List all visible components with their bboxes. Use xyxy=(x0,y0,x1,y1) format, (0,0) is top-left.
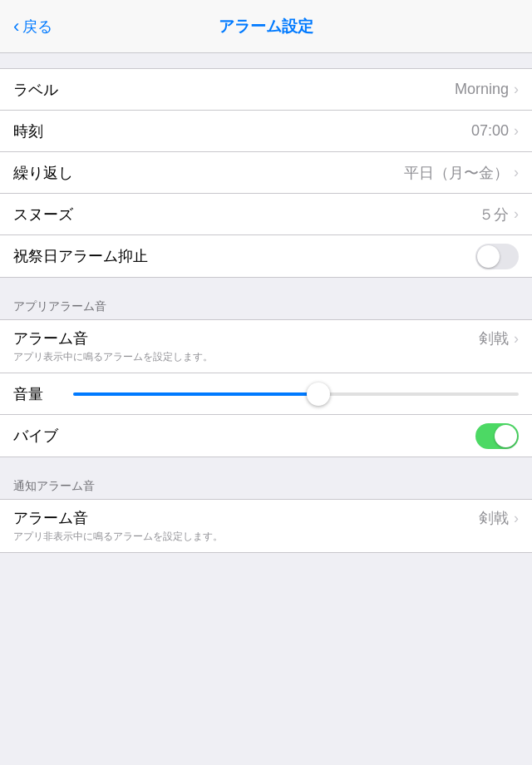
chevron-right-icon: › xyxy=(514,81,519,98)
app-alarm-table: アラーム音 剣戟 › アプリ表示中に鳴るアラームを設定します。 音量 バイブ xyxy=(0,319,532,457)
toggle-knob xyxy=(477,245,500,268)
notification-alarm-table: アラーム音 剣戟 › アプリ非表示中に鳴るアラームを設定します。 xyxy=(0,499,532,553)
snooze-row[interactable]: スヌーズ ５分 › xyxy=(0,194,532,235)
alarm-sound-app-title: アラーム音 xyxy=(13,328,88,348)
alarm-sound-app-value: 剣戟 xyxy=(479,328,509,348)
chevron-right-icon: › xyxy=(514,164,519,181)
alarm-sound-notify-title: アラーム音 xyxy=(13,508,88,528)
label-row-title: ラベル xyxy=(13,80,58,100)
page-title: アラーム設定 xyxy=(219,16,313,37)
repeat-value: 平日（月〜金） xyxy=(404,163,509,183)
snooze-row-title: スヌーズ xyxy=(13,205,73,225)
repeat-row-right: 平日（月〜金） › xyxy=(404,163,519,183)
alarm-sound-notify-value: 剣戟 xyxy=(479,508,509,528)
time-row-right: 07:00 › xyxy=(471,122,519,140)
time-row-title: 時刻 xyxy=(13,121,43,141)
holiday-row: 祝祭日アラーム抑止 xyxy=(0,235,532,277)
chevron-right-icon: › xyxy=(514,205,519,223)
alarm-sound-app-subtitle: アプリ表示中に鳴るアラームを設定します。 xyxy=(13,350,213,364)
vibrate-row: バイブ xyxy=(0,415,532,457)
chevron-right-icon: › xyxy=(514,122,519,140)
alarm-sound-notify-row[interactable]: アラーム音 剣戟 › アプリ非表示中に鳴るアラームを設定します。 xyxy=(0,500,532,552)
app-alarm-section-label: アプリアラーム音 xyxy=(0,293,532,319)
repeat-row-title: 繰り返し xyxy=(13,163,73,183)
notification-alarm-section: 通知アラーム音 アラーム音 剣戟 › アプリ非表示中に鳴るアラームを設定します。 xyxy=(0,472,532,553)
alarm-sound-app-row-top: アラーム音 剣戟 › xyxy=(13,328,519,348)
app-alarm-section: アプリアラーム音 アラーム音 剣戟 › アプリ表示中に鳴るアラームを設定します。… xyxy=(0,293,532,457)
repeat-row[interactable]: 繰り返し 平日（月〜金） › xyxy=(0,152,532,194)
label-row[interactable]: ラベル Morning › xyxy=(0,69,532,111)
back-label: 戻る xyxy=(22,17,52,37)
label-row-right: Morning › xyxy=(455,81,519,98)
alarm-sound-notify-row-top: アラーム音 剣戟 › xyxy=(13,508,519,528)
main-section: ラベル Morning › 時刻 07:00 › 繰り返し 平日（月〜金） › … xyxy=(0,68,532,278)
volume-label: 音量 xyxy=(13,384,63,404)
chevron-right-icon: › xyxy=(514,510,519,527)
toggle-knob xyxy=(495,425,517,447)
time-row[interactable]: 時刻 07:00 › xyxy=(0,111,532,152)
holiday-row-title: 祝祭日アラーム抑止 xyxy=(13,246,148,266)
chevron-left-icon: ‹ xyxy=(13,16,19,37)
snooze-value: ５分 xyxy=(479,205,509,225)
main-table: ラベル Morning › 時刻 07:00 › 繰り返し 平日（月〜金） › … xyxy=(0,68,532,278)
volume-row: 音量 xyxy=(0,373,532,415)
vibrate-row-title: バイブ xyxy=(13,426,58,446)
label-value: Morning xyxy=(455,81,509,98)
back-button[interactable]: ‹ 戻る xyxy=(13,16,52,37)
vibrate-toggle[interactable] xyxy=(475,423,519,449)
volume-slider[interactable] xyxy=(73,392,519,396)
holiday-toggle[interactable] xyxy=(475,244,519,269)
time-value: 07:00 xyxy=(471,122,509,140)
navigation-bar: ‹ 戻る アラーム設定 xyxy=(0,0,532,53)
alarm-sound-app-row[interactable]: アラーム音 剣戟 › アプリ表示中に鳴るアラームを設定します。 xyxy=(0,320,532,373)
slider-fill xyxy=(73,392,318,396)
alarm-sound-notify-subtitle: アプリ非表示中に鳴るアラームを設定します。 xyxy=(13,530,223,544)
alarm-sound-app-right: 剣戟 › xyxy=(479,328,519,348)
snooze-row-right: ５分 › xyxy=(479,205,519,225)
alarm-sound-notify-right: 剣戟 › xyxy=(479,508,519,528)
slider-thumb[interactable] xyxy=(307,382,330,406)
notification-alarm-section-label: 通知アラーム音 xyxy=(0,472,532,499)
chevron-right-icon: › xyxy=(514,330,519,348)
